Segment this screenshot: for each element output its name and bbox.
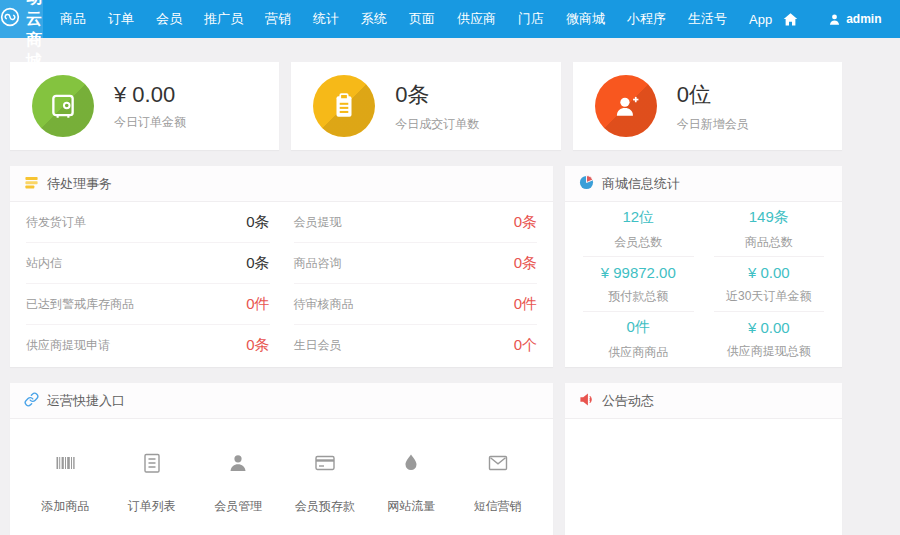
pie-chart-icon bbox=[579, 175, 594, 193]
pending-tasks-list: 待发货订单 0条 会员提现 0条 站内信 0条 商品咨询 0条 已达到警戒库存商… bbox=[10, 202, 553, 366]
add-member-icon bbox=[595, 75, 657, 137]
bank-card-icon bbox=[313, 451, 337, 478]
pending-item-product-inquiries[interactable]: 商品咨询 0条 bbox=[294, 243, 538, 284]
card-today-order-amount[interactable]: ¥ 0.00 今日订单金额 bbox=[10, 62, 279, 150]
card-label: 今日新增会员 bbox=[677, 116, 749, 133]
summary-cards: ¥ 0.00 今日订单金额 0条 今日成交订单数 0位 今日新增会员 bbox=[10, 62, 842, 150]
member-icon bbox=[226, 451, 250, 478]
quick-label: 会员管理 bbox=[214, 498, 262, 515]
clipboard-icon bbox=[313, 75, 375, 137]
logo-icon bbox=[0, 7, 20, 31]
link-icon bbox=[24, 392, 39, 410]
panel-title: 运营快捷入口 bbox=[47, 392, 125, 410]
username: admin bbox=[846, 12, 881, 26]
quick-member-deposit[interactable]: 会员预存款 bbox=[282, 451, 369, 515]
pending-item-review-goods[interactable]: 待审核商品 0件 bbox=[294, 284, 538, 325]
card-value: 0位 bbox=[677, 80, 749, 110]
topbar: 移动云商城 商品 订单 会员 推广员 营销 统计 系统 页面 供应商 门店 微商… bbox=[0, 0, 900, 38]
main-nav: 商品 订单 会员 推广员 营销 统计 系统 页面 供应商 门店 微商城 小程序 … bbox=[49, 0, 783, 38]
announcements-list bbox=[565, 419, 842, 535]
user-menu[interactable]: admin bbox=[828, 12, 881, 26]
nav-item-suppliers[interactable]: 供应商 bbox=[446, 10, 507, 28]
nav-item-pages[interactable]: 页面 bbox=[398, 10, 446, 28]
quick-member-management[interactable]: 会员管理 bbox=[195, 451, 282, 515]
announcements-panel: 公告动态 bbox=[565, 383, 842, 535]
dashboard: ¥ 0.00 今日订单金额 0条 今日成交订单数 0位 今日新增会员 bbox=[10, 62, 842, 535]
pending-item-ship-orders[interactable]: 待发货订单 0条 bbox=[26, 202, 270, 243]
pending-item-birthday-members[interactable]: 生日会员 0个 bbox=[294, 325, 538, 366]
quick-label: 订单列表 bbox=[128, 498, 176, 515]
pending-item-low-stock[interactable]: 已达到警戒库存商品 0件 bbox=[26, 284, 270, 325]
card-label: 今日成交订单数 bbox=[395, 116, 479, 133]
water-drop-icon bbox=[399, 451, 423, 478]
nav-item-miniprogram[interactable]: 小程序 bbox=[616, 10, 677, 28]
quick-label: 添加商品 bbox=[41, 498, 89, 515]
card-today-new-members[interactable]: 0位 今日新增会员 bbox=[573, 62, 842, 150]
nav-item-app[interactable]: App bbox=[738, 12, 783, 27]
nav-item-statistics[interactable]: 统计 bbox=[302, 10, 350, 28]
quick-label: 网站流量 bbox=[387, 498, 435, 515]
mall-stats-grid: 12位 会员总数 149条 商品总数 ¥ 99872.00 预付款总额 ¥ 0.… bbox=[565, 202, 842, 367]
quick-sms-marketing[interactable]: 短信营销 bbox=[455, 451, 542, 515]
quick-entry-grid: 添加商品 订单列表 会员管理 bbox=[10, 419, 553, 535]
card-today-order-count[interactable]: 0条 今日成交订单数 bbox=[291, 62, 560, 150]
quick-label: 会员预存款 bbox=[295, 498, 355, 515]
stat-total-goods[interactable]: 149条 商品总数 bbox=[714, 202, 825, 257]
nav-item-promoters[interactable]: 推广员 bbox=[193, 10, 254, 28]
megaphone-icon bbox=[579, 392, 594, 410]
nav-item-stores[interactable]: 门店 bbox=[507, 10, 555, 28]
stat-prepaid-total[interactable]: ¥ 99872.00 预付款总额 bbox=[583, 257, 694, 312]
pending-tasks-panel: 待处理事务 待发货订单 0条 会员提现 0条 站内信 0条 商品咨询 0条 bbox=[10, 166, 553, 367]
stat-total-members[interactable]: 12位 会员总数 bbox=[583, 202, 694, 257]
quick-add-goods[interactable]: 添加商品 bbox=[22, 451, 109, 515]
stat-supplier-withdraw-total[interactable]: ¥ 0.00 供应商提现总额 bbox=[714, 312, 825, 367]
quick-entry-panel: 运营快捷入口 添加商品 订单列表 bbox=[10, 383, 553, 535]
nav-item-micromall[interactable]: 微商城 bbox=[555, 10, 616, 28]
app-logo[interactable]: 移动云商城 bbox=[0, 0, 43, 38]
nav-item-orders[interactable]: 订单 bbox=[97, 10, 145, 28]
quick-site-traffic[interactable]: 网站流量 bbox=[368, 451, 455, 515]
home-icon[interactable] bbox=[783, 12, 798, 27]
mall-stats-panel: 商城信息统计 12位 会员总数 149条 商品总数 ¥ 99872.00 预付款… bbox=[565, 166, 842, 367]
nav-item-marketing[interactable]: 营销 bbox=[254, 10, 302, 28]
order-list-icon bbox=[140, 451, 164, 478]
quick-label: 短信营销 bbox=[474, 498, 522, 515]
card-value: ¥ 0.00 bbox=[114, 82, 186, 108]
notes-icon bbox=[24, 175, 39, 193]
nav-item-goods[interactable]: 商品 bbox=[49, 10, 97, 28]
pending-item-supplier-withdraw[interactable]: 供应商提现申请 0条 bbox=[26, 325, 270, 366]
user-icon bbox=[828, 13, 841, 26]
nav-item-lifeaccount[interactable]: 生活号 bbox=[677, 10, 738, 28]
card-label: 今日订单金额 bbox=[114, 114, 186, 131]
quick-order-list[interactable]: 订单列表 bbox=[109, 451, 196, 515]
stat-supplier-goods[interactable]: 0件 供应商商品 bbox=[583, 312, 694, 367]
panel-title: 公告动态 bbox=[602, 392, 654, 410]
safe-icon bbox=[32, 75, 94, 137]
nav-item-members[interactable]: 会员 bbox=[145, 10, 193, 28]
stat-30day-order-amount[interactable]: ¥ 0.00 近30天订单金额 bbox=[714, 257, 825, 312]
panel-title: 商城信息统计 bbox=[602, 175, 680, 193]
nav-item-system[interactable]: 系统 bbox=[350, 10, 398, 28]
mail-icon bbox=[486, 451, 510, 478]
logo-text: 移动云商城 bbox=[26, 0, 43, 72]
pending-item-member-withdraw[interactable]: 会员提现 0条 bbox=[294, 202, 538, 243]
barcode-icon bbox=[53, 451, 77, 478]
panel-title: 待处理事务 bbox=[47, 175, 112, 193]
card-value: 0条 bbox=[395, 80, 479, 110]
pending-item-site-messages[interactable]: 站内信 0条 bbox=[26, 243, 270, 284]
